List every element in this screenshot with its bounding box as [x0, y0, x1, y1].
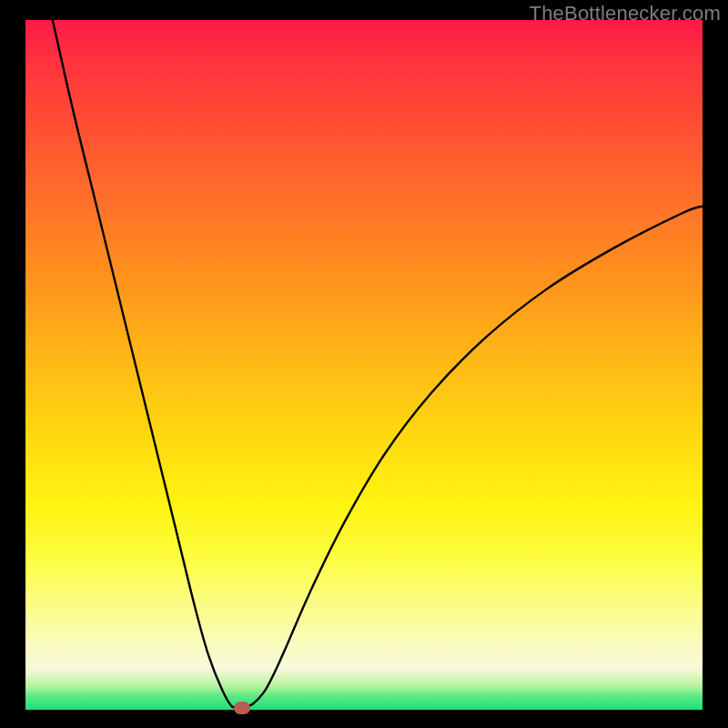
bottleneck-curve	[25, 20, 703, 710]
chart-frame: TheBottlenecker.com	[0, 0, 728, 728]
optimum-marker	[234, 702, 250, 714]
plot-area	[25, 20, 703, 710]
